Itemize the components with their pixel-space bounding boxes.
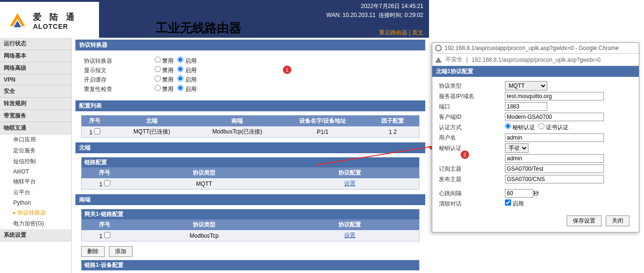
opt-converter-enable[interactable]: [177, 57, 183, 63]
row-north: MQTT(已连接): [108, 126, 196, 137]
select-proto[interactable]: MQTT: [505, 81, 547, 91]
check-clear[interactable]: [505, 199, 511, 206]
conn-time: 连接时间: 0:29:02: [379, 12, 423, 18]
opt-dupcheck-disable[interactable]: [155, 85, 161, 91]
restart-link[interactable]: 重启路由器: [379, 29, 407, 36]
radio-auth-secret[interactable]: [505, 123, 511, 129]
logo-icon: [7, 10, 28, 32]
col2-cfg: 协议配置: [281, 167, 419, 178]
opt-dupcheck-enable[interactable]: [177, 85, 183, 91]
nav-bandwidth[interactable]: 带宽服务: [0, 110, 71, 122]
nav-cloud[interactable]: 云平台: [0, 187, 71, 198]
srow-check[interactable]: [104, 232, 110, 238]
south-config-link[interactable]: 设置: [344, 232, 355, 239]
lbl-pubtopic: 发布主题: [439, 175, 505, 183]
lbl-clear: 清除对话: [439, 200, 505, 208]
nav-serial[interactable]: 串口应用: [0, 134, 71, 145]
opt-cache-disable[interactable]: [155, 75, 161, 82]
lang-link[interactable]: 英文: [412, 29, 423, 36]
nav-python[interactable]: Python: [0, 198, 71, 207]
marker-1: 1: [283, 66, 291, 74]
panel-gw: 网关1-链路配置: [82, 209, 419, 219]
opt-converter-disable[interactable]: [155, 57, 161, 63]
lbl-auth: 认证方式: [439, 124, 505, 132]
nav-security[interactable]: 安全: [0, 85, 71, 98]
sidebar: 运行状态 网络基本 网络高级 VPN 安全 转发规则 带宽服务 物联互通 串口应…: [0, 38, 72, 273]
input-server[interactable]: [505, 92, 604, 100]
section-south: 南端: [75, 194, 425, 205]
north-config-link[interactable]: 设置: [344, 180, 355, 187]
opt-show-msg-label: 显示报文: [84, 66, 155, 74]
globe-icon: [435, 45, 442, 51]
section-north: 北端: [75, 142, 425, 153]
col3-cfg: 协议配置: [281, 219, 419, 230]
section-list: 配置列表: [75, 100, 425, 111]
nav-power[interactable]: 电力加密(G): [0, 218, 71, 229]
warning-icon: [435, 57, 442, 63]
nrow-idx: 1: [99, 181, 103, 188]
nrow-proto: MQTT: [128, 179, 281, 189]
save-button[interactable]: 保存设置: [567, 215, 602, 226]
nav-iot[interactable]: 物联互通: [0, 122, 71, 134]
col3-idx: 序号: [82, 219, 128, 230]
col2-idx: 序号: [82, 167, 128, 178]
section-protocol: 协议转换器: [75, 40, 425, 50]
input-pubtopic[interactable]: [505, 175, 604, 183]
nav-location[interactable]: 定位服务: [0, 145, 71, 156]
table-row: 1 ModbusTcp 设置: [82, 230, 419, 241]
input-user[interactable]: [505, 133, 604, 142]
row-south: ModbusTcp(已连接): [196, 126, 279, 137]
row-dev: P1/1: [279, 127, 366, 137]
nav-netadv[interactable]: 网络高级: [0, 62, 71, 74]
input-heartbeat[interactable]: [505, 189, 533, 198]
nav-vpn[interactable]: VPN: [0, 74, 71, 85]
nav-forward[interactable]: 转发规则: [0, 98, 71, 110]
col-idx: 序号: [82, 116, 108, 126]
popup-header: 北端1协议配置: [432, 66, 639, 77]
table-row: 1 MQTT 设置: [82, 178, 419, 189]
logo-area: 爱 陆 通 ALOTCER: [0, 2, 99, 40]
lbl-port: 端口: [439, 103, 505, 111]
nav-sms[interactable]: 短信控制: [0, 156, 71, 167]
table-row: 1 MQTT(已连接) ModbusTcp(已连接) P1/1 1 2: [82, 126, 419, 137]
opt-converter-label: 协议转换器: [84, 57, 155, 65]
page-title: 工业无线路由器: [156, 20, 241, 38]
popup-url: 192.168.8.1/asp/custapp/procon_uplk.asp?…: [471, 57, 601, 63]
nrow-check[interactable]: [104, 180, 110, 186]
input-subtopic[interactable]: [505, 165, 604, 173]
row-check[interactable]: [94, 128, 100, 134]
nav-runtime[interactable]: 运行状态: [0, 38, 71, 50]
col3-proto: 协议类型: [128, 219, 281, 230]
input-secret[interactable]: [505, 154, 604, 163]
nav-protocol-converter[interactable]: 协议转换器: [0, 207, 71, 218]
col-cause: 因子配置: [366, 116, 419, 126]
opt-cache-enable[interactable]: [177, 75, 183, 82]
opt-show-msg-enable[interactable]: [177, 66, 183, 72]
close-button[interactable]: 关闭: [606, 215, 629, 226]
nav-iotplatform[interactable]: 物联平台: [0, 176, 71, 187]
row-idx: 1: [90, 129, 93, 136]
opt-dupcheck-label: 重复性检查: [84, 85, 155, 93]
nav-aliiot[interactable]: AliIOT: [0, 167, 71, 176]
col-north: 北端: [108, 116, 196, 126]
heartbeat-unit: 秒: [533, 190, 539, 198]
input-clientid[interactable]: [505, 113, 604, 121]
nav-system[interactable]: 系统设置: [0, 229, 71, 241]
datetime: 2022年7月26日 14:45:21: [326, 2, 423, 11]
opt-show-msg-disable[interactable]: [155, 66, 161, 72]
popup-title: 192.168.8.1/asp/custapp/procon_uplk.asp?…: [445, 45, 619, 51]
lbl-proto: 协议类型: [439, 82, 505, 90]
lbl-secret: 秘钥认证: [439, 144, 505, 152]
nav-netbasic[interactable]: 网络基本: [0, 50, 71, 62]
radio-auth-cert[interactable]: [538, 123, 545, 129]
add-button[interactable]: 添加: [109, 246, 132, 257]
input-port[interactable]: [505, 102, 547, 111]
lbl-user: 用户名: [439, 134, 505, 142]
delete-button[interactable]: 删除: [81, 246, 105, 257]
row-cause: 1 2: [366, 127, 419, 137]
lbl-clientid: 客户端ID: [439, 113, 505, 121]
srow-idx: 1: [99, 233, 103, 240]
col-dev: 设备名字/设备地址: [279, 116, 366, 126]
opt-cache-label: 开启缓存: [84, 76, 155, 84]
select-secret-mode[interactable]: 手动: [505, 143, 528, 153]
